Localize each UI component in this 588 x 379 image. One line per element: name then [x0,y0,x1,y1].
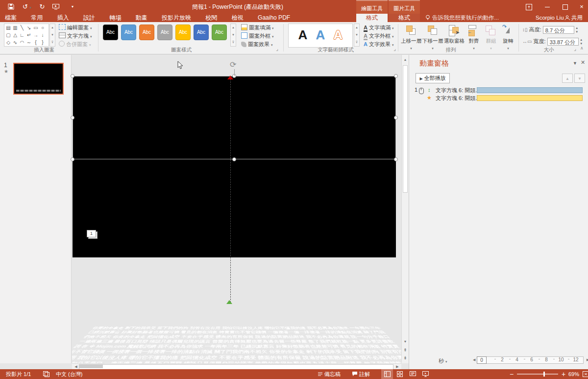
handle-bottom-center[interactable] [232,157,236,161]
share-button[interactable]: 共用 [564,14,583,22]
horizontal-scrollbar-thumb[interactable] [79,365,103,368]
slide-counter[interactable]: 投影片 1/1 [6,369,31,379]
tab-gaaiho-pdf[interactable]: Gaaiho PDF [251,14,296,22]
zoom-slider-thumb[interactable] [543,372,545,377]
tab-format-drawing[interactable]: 格式 [356,14,388,22]
shape-icon-textbox-v[interactable]: ▥ [12,24,19,31]
shape-icon-down-arrow[interactable]: ↓ [39,31,46,39]
shape-icon-freeform[interactable]: ◇ [5,39,12,46]
move-later-button[interactable]: ▼ [574,74,585,83]
animation-number-tag[interactable]: 1 [87,230,96,237]
shape-icon-textbox-h[interactable]: ▤ [5,24,12,31]
vertical-scrollbar-thumb[interactable] [403,65,408,193]
rotate-button[interactable]: ↷ 旋轉▾ [500,24,516,52]
handle-mid-left[interactable] [71,116,74,120]
size-dialog-launcher[interactable]: ⌟ [572,46,578,51]
play-all-button[interactable]: ▶ 全部播放 [416,73,450,83]
animation-item-1[interactable]: 1 ↕ 文字方塊 6: 開頭... [409,87,588,94]
start-slideshow-icon[interactable] [50,2,62,12]
tab-design[interactable]: 設計 [77,14,101,22]
wordart-gallery[interactable]: AAA [288,24,353,48]
animation-timeline-bar-yellow[interactable] [477,95,583,101]
ribbon-display-options-button[interactable] [520,0,537,14]
shape-effects-button[interactable]: 圖案效果 ▾ [241,40,273,48]
minimize-button[interactable] [539,0,556,14]
next-slide-button[interactable]: ⇟ [402,354,409,361]
tab-file[interactable]: 檔案 [0,14,23,22]
shape-style-swatch-yellow[interactable]: Abc [175,25,191,40]
animation-star-icon[interactable]: ★ [4,69,8,74]
height-input[interactable]: 8.7 公分 [543,26,574,34]
handle-bottom-right[interactable] [394,157,398,161]
redo-button[interactable]: ↻ [36,2,48,12]
shape-style-swatch-black[interactable]: Abc [103,25,118,40]
notes-button[interactable]: 備忘稿 [318,369,341,379]
comments-button[interactable]: 註解 [352,369,370,379]
save-icon[interactable] [5,2,17,12]
selected-textbox-outline[interactable] [73,76,396,159]
text-fill-button[interactable]: A文字填滿 ▾ [364,24,394,31]
shape-icon-arc[interactable]: ◠ [19,39,25,46]
collapse-ribbon-button[interactable]: ∧ [580,46,584,51]
shape-style-swatch-blue[interactable]: Abc [121,25,136,40]
shape-style-swatch-gray[interactable]: Abc [157,25,172,40]
language-indicator[interactable]: 中文 (台灣) [56,369,82,379]
text-effects-button[interactable]: A文字效果 ▾ [364,40,394,48]
animation-timeline-bar-blue[interactable] [477,87,583,93]
height-spinner[interactable]: ▲▼ [574,26,580,34]
shape-icon-scribble[interactable]: ∿ [12,39,19,46]
shape-icon-curve[interactable]: ∼ [25,39,32,46]
tab-format-picture[interactable]: 格式 [389,14,420,22]
qat-customize-button[interactable]: ▾ [67,2,78,12]
pane-menu-caret-icon[interactable]: ▼ [573,61,577,66]
slide-canvas[interactable]: 你要的全拿走 剩下的我承受 留下我們的狗 別管有沒有用 我怕它以後沒人疼 哪怕它… [72,55,409,369]
zoom-in-button[interactable]: + [562,369,565,379]
edit-shape-button[interactable]: 編輯圖案 ▾ [59,24,92,31]
tab-transitions[interactable]: 轉場 [103,14,127,22]
shape-icon-elbow-arrow[interactable]: ↵ [25,31,32,39]
zoom-slider[interactable] [517,374,558,375]
scroll-up-arrow[interactable]: ▲ [402,56,409,63]
wordart-style-black[interactable]: A [294,24,312,46]
bring-forward-button[interactable]: 上移一層▾ [401,24,421,52]
motion-path-end-arrow[interactable] [227,76,233,79]
tell-me-box[interactable]: 告訴我您想要執行的動作... [425,14,499,22]
canvas-vertical-scrollbar[interactable]: ▲ ▼ ⇞ ⇟ [401,55,409,363]
shape-style-swatch-green[interactable]: Abc [212,25,227,40]
tab-home[interactable]: 常用 [24,14,49,22]
shape-fill-button[interactable]: 圖案填滿 ▾ [241,24,274,31]
user-name[interactable]: Scorpio Liu [536,14,564,22]
restore-button[interactable] [557,0,573,14]
slideshow-view-button[interactable] [419,369,431,379]
shape-icon-arrow-line[interactable]: ↘ [25,24,32,31]
zoom-out-button[interactable]: − [510,369,514,379]
shape-icon-right-arrow[interactable]: → [32,31,39,39]
shape-style-swatch-darkblue[interactable]: Abc [194,25,209,40]
shape-icon-triangle[interactable]: △ [12,31,19,39]
slide-thumbnail[interactable] [13,63,64,95]
wordart-style-outline-orange[interactable]: A [329,24,347,46]
previous-slide-button[interactable]: ⇞ [402,347,409,354]
width-input[interactable]: 33.87 公分 [547,38,579,46]
fit-to-window-button[interactable] [580,369,588,379]
animation-item-2[interactable]: ★ 文字方塊 6: 開頭... [409,95,588,102]
scroll-down-arrow[interactable]: ▼ [402,338,409,345]
tab-insert[interactable]: 插入 [51,14,75,22]
move-earlier-button[interactable]: ▲ [562,74,573,83]
close-button[interactable]: × [573,0,588,14]
slide-sorter-view-button[interactable] [394,369,406,379]
canvas-horizontal-scrollbar[interactable]: ◀ ▶ [72,363,401,369]
tab-view[interactable]: 檢視 [225,14,250,22]
shape-outline-button[interactable]: 圖案外框 ▾ [241,32,274,40]
wordart-dialog-launcher[interactable]: ⌟ [392,46,397,51]
shape-icon-brace-right[interactable]: } [39,39,46,46]
pane-close-icon[interactable]: ✕ [581,59,585,66]
ruler-zero-marker[interactable]: 0 [477,356,487,364]
wordart-scroll[interactable]: ▲▼⊽ [354,24,360,47]
motion-path-start-arrow[interactable] [226,300,232,304]
shape-icon-oval[interactable]: ○ [39,24,46,31]
spell-check-icon[interactable] [43,369,49,379]
shape-icon-line[interactable]: ╲ [19,24,25,31]
handle-bottom-left[interactable] [71,157,74,161]
shape-icon-rectangle[interactable]: ▭ [32,24,39,31]
